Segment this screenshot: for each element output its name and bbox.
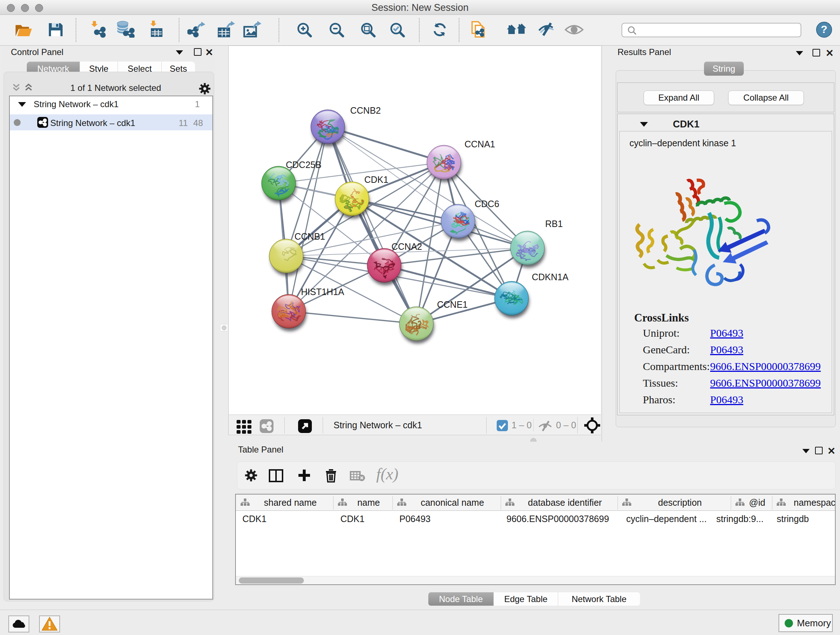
svg-text:CDC6: CDC6 — [475, 199, 499, 209]
svg-text:CCNE1: CCNE1 — [437, 299, 468, 310]
svg-text:HIST1H1A: HIST1H1A — [301, 287, 344, 297]
svg-text:CCNB1: CCNB1 — [294, 231, 325, 241]
svg-text:CDC25B: CDC25B — [286, 160, 322, 170]
svg-text:RB1: RB1 — [545, 219, 563, 229]
svg-text:CCNA1: CCNA1 — [464, 139, 495, 149]
svg-text:CCNB2: CCNB2 — [350, 105, 381, 116]
svg-text:CDKN1A: CDKN1A — [532, 272, 569, 282]
svg-text:CDK1: CDK1 — [364, 174, 388, 185]
svg-text:?: ? — [821, 23, 827, 35]
svg-text:CCNA2: CCNA2 — [392, 241, 422, 252]
